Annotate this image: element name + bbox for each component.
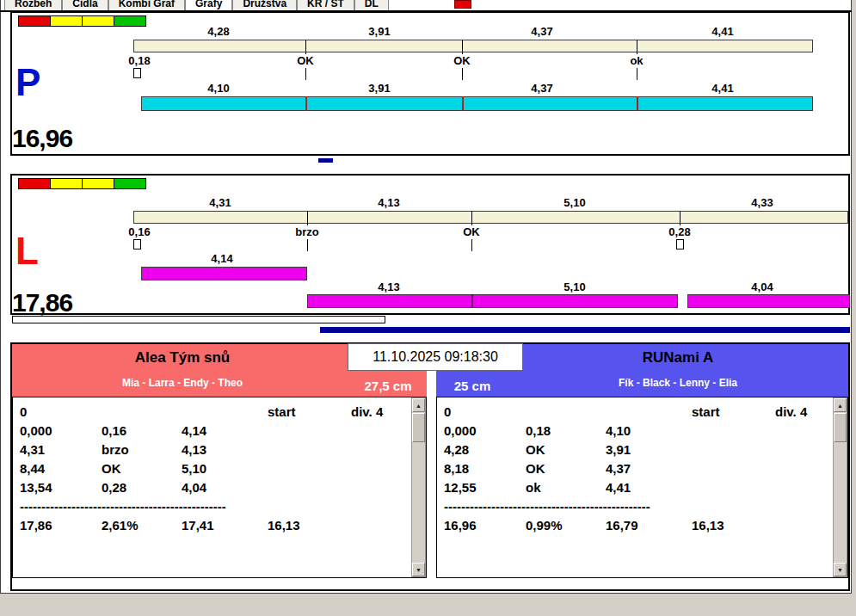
table-cell: 8,44 xyxy=(20,461,102,476)
table-cell: ok xyxy=(526,480,606,495)
table-cell: 4,37 xyxy=(606,461,692,476)
segment-time: 4,37 xyxy=(512,82,572,95)
table-cell: OK xyxy=(526,442,606,457)
bar-divider xyxy=(637,96,638,111)
segment-time: 4,10 xyxy=(188,82,249,95)
table-cell: 16,96 xyxy=(444,518,526,533)
lane-letter-p: P xyxy=(15,64,40,102)
segment-time: 4,13 xyxy=(359,196,419,209)
scrollbar-thumb[interactable] xyxy=(412,413,425,442)
timestamp: 11.10.2025 09:18:30 xyxy=(348,343,523,371)
tab-grafy[interactable]: Grafy xyxy=(185,0,232,10)
app-window: Rozbeh Cidla Kombi Graf Grafy Družstva K… xyxy=(0,0,856,616)
scroll-down-button[interactable]: ▼ xyxy=(834,563,847,576)
tab-kr-st[interactable]: KR / ST xyxy=(297,0,354,10)
change-mark: OK xyxy=(275,54,336,67)
scroll-down-button[interactable]: ▼ xyxy=(412,563,425,576)
table-cell: 12,55 xyxy=(444,480,526,495)
start-light-green xyxy=(114,178,146,189)
table-cell: 17,86 xyxy=(20,518,102,533)
bar-divider xyxy=(471,294,473,308)
table-cell: 4,41 xyxy=(606,480,692,495)
table-row: 13,54 0,28 4,04 xyxy=(20,477,426,496)
tick-mark xyxy=(305,68,306,80)
table-cell: 16,79 xyxy=(606,518,692,533)
change-mark: 0,18 xyxy=(109,54,169,67)
timeline-track-p xyxy=(133,40,813,52)
team-left-members: Mia - Larra - Endy - Theo xyxy=(12,377,353,389)
tick-mark xyxy=(462,40,463,54)
segment-time: 4,33 xyxy=(732,196,792,209)
segment-time: 4,37 xyxy=(512,25,572,38)
table-row: 4,31 brzo 4,13 xyxy=(20,440,426,459)
tab-bar: Rozbeh Cidla Kombi Graf Grafy Družstva K… xyxy=(4,0,473,10)
scrollbar[interactable]: ▲ ▼ xyxy=(411,397,426,577)
segment-time: 4,41 xyxy=(693,82,753,95)
team-left-table: 0 start div. 4 0,000 0,16 4,14 4,31 brzo… xyxy=(12,397,427,578)
tab-row: Rozbeh Cidla Kombi Graf Grafy Družstva K… xyxy=(4,0,389,10)
table-cell: 4,31 xyxy=(20,442,102,457)
table-cell: 16,13 xyxy=(268,518,351,533)
segment-time: 4,28 xyxy=(188,25,249,38)
change-mark: OK xyxy=(432,54,492,67)
start-marker-box xyxy=(676,239,684,249)
table-cell: 4,10 xyxy=(606,423,692,438)
table-cell: 5,10 xyxy=(182,461,268,476)
progress-bar xyxy=(320,327,850,333)
table-cell: 0,99% xyxy=(526,518,606,533)
table-cell: 0,16 xyxy=(102,423,182,438)
table-row: 0,000 0,18 4,10 xyxy=(444,421,847,440)
table-cell: 8,18 xyxy=(444,461,526,476)
segment-time: 3,91 xyxy=(349,25,410,38)
table-cell: 13,54 xyxy=(20,480,102,495)
empty-progress-bar xyxy=(12,316,385,323)
table-separator-row: ----------------------------------------… xyxy=(444,496,847,515)
team-right-name: RUNami A xyxy=(508,349,848,367)
table-row: 8,18 OK 4,37 xyxy=(444,459,847,477)
tab-kombi-graf[interactable]: Kombi Graf xyxy=(108,0,185,10)
tab-rozbeh[interactable]: Rozbeh xyxy=(4,0,62,10)
table-row: 4,28 OK 3,91 xyxy=(444,440,847,459)
tab-cidla[interactable]: Cidla xyxy=(62,0,108,10)
table-cell: OK xyxy=(102,461,182,476)
scroll-up-button[interactable]: ▲ xyxy=(412,398,425,412)
lane-total-l: 17,86 xyxy=(12,290,72,316)
start-light-green xyxy=(114,15,146,27)
table-cell: 0,000 xyxy=(20,423,102,438)
team-left-name: Alea Tým snů xyxy=(12,349,353,367)
segment-time: 4,13 xyxy=(359,280,419,293)
table-cell: 4,04 xyxy=(182,480,268,495)
segment-time: 4,14 xyxy=(192,252,252,265)
change-mark: OK xyxy=(441,225,502,238)
team-right-members: Fík - Black - Lenny - Elia xyxy=(508,377,848,389)
table-cell: start xyxy=(692,404,775,419)
tab-dl[interactable]: DL xyxy=(354,0,389,10)
start-lights-l xyxy=(18,178,145,189)
scrollbar[interactable]: ▲ ▼ xyxy=(833,397,847,577)
segment-time: 5,10 xyxy=(545,196,605,209)
scroll-up-button[interactable]: ▲ xyxy=(834,398,847,412)
segment-time: 4,04 xyxy=(732,280,792,293)
tab-druzstva[interactable]: Družstva xyxy=(232,0,297,10)
table-cell: 0 xyxy=(444,404,526,419)
separator-dashes: ----------------------------------------… xyxy=(444,499,847,514)
progress-dash xyxy=(318,158,333,163)
start-light-yellow-1 xyxy=(50,178,83,189)
scrollbar-thumb[interactable] xyxy=(834,413,847,442)
table-header-row: 0 start div. 4 xyxy=(444,402,847,421)
segment-time: 3,91 xyxy=(349,82,410,95)
table-cell: 2,61% xyxy=(102,518,182,533)
start-light-yellow-2 xyxy=(82,15,114,27)
tick-mark xyxy=(471,211,472,225)
change-mark: 0,28 xyxy=(650,225,710,238)
timeline-track-l xyxy=(133,211,848,224)
table-cell: 16,13 xyxy=(692,518,775,533)
table-totals-row: 16,96 0,99% 16,79 16,13 xyxy=(444,515,847,534)
table-header-row: 0 start div. 4 xyxy=(20,402,426,421)
tick-mark xyxy=(305,40,306,54)
change-mark: brzo xyxy=(277,225,337,238)
team-right-table: 0 start div. 4 0,000 0,18 4,10 4,28 OK 3… xyxy=(436,397,848,578)
table-row: 8,44 OK 5,10 xyxy=(20,459,426,477)
team-right-jump-height: 25 cm xyxy=(438,379,507,393)
table-cell: brzo xyxy=(102,442,182,457)
